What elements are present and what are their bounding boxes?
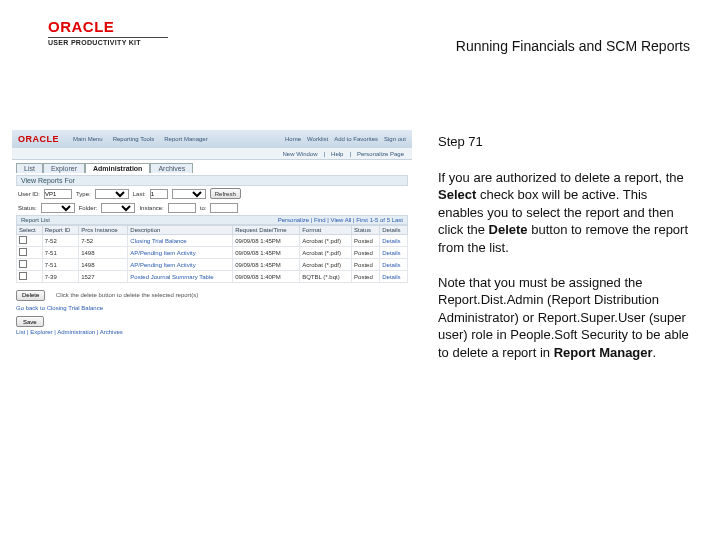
link-worklist[interactable]: Worklist — [307, 136, 328, 142]
link-favorites[interactable]: Add to Favorites — [334, 136, 378, 142]
instance-to-input[interactable] — [210, 203, 238, 213]
table-header-row: Select Report ID Prcs Instance Descripti… — [17, 226, 408, 235]
cell-prcs: 1498 — [79, 247, 128, 259]
filters-title: View Reports For — [16, 175, 408, 186]
cell-prcs: 1498 — [79, 259, 128, 271]
select-checkbox[interactable] — [19, 248, 27, 256]
instance-from-input[interactable] — [168, 203, 196, 213]
folder-select[interactable] — [101, 203, 135, 213]
last-input[interactable] — [150, 189, 168, 199]
table-row: 7-527-52Closing Trial Balance09/09/08 1:… — [17, 235, 408, 247]
menu-item[interactable]: Reporting Tools — [113, 136, 155, 142]
delete-button[interactable]: Delete — [16, 290, 45, 301]
last-unit-select[interactable] — [172, 189, 206, 199]
cell-prcs: 1527 — [79, 271, 128, 283]
instance-label: Instance: — [139, 205, 163, 211]
instruction-panel: Step 71 If you are authorized to delete … — [438, 133, 696, 362]
cell-reportid: 7-39 — [42, 271, 78, 283]
cell-format: Acrobat (*.pdf) — [300, 259, 352, 271]
userid-input[interactable] — [44, 189, 72, 199]
status-select[interactable] — [41, 203, 75, 213]
step-label: Step 71 — [438, 133, 696, 151]
cell-datetime: 09/09/08 1:45PM — [233, 235, 300, 247]
cell-status: Posted — [352, 259, 380, 271]
oracle-logo-block: ORACLE USER PRODUCTIVITY KIT — [48, 18, 168, 46]
page-header: ORACLE USER PRODUCTIVITY KIT Running Fin… — [0, 18, 720, 58]
cell-status: Posted — [352, 247, 380, 259]
cell-datetime: 09/09/08 1:40PM — [233, 271, 300, 283]
logo-subtitle: USER PRODUCTIVITY KIT — [48, 39, 168, 46]
cell-details[interactable]: Details — [380, 259, 408, 271]
save-row: Save — [16, 316, 408, 327]
link-help[interactable]: Help — [331, 151, 343, 157]
cell-format: Acrobat (*.pdf) — [300, 235, 352, 247]
cell-details[interactable]: Details — [380, 247, 408, 259]
cell-description[interactable]: AP/Pending Item Activity — [128, 247, 233, 259]
instance-to-label: to: — [200, 205, 207, 211]
link-personalize[interactable]: Personalize Page — [357, 151, 404, 157]
tab-list[interactable]: List — [16, 163, 43, 173]
col-details: Details — [380, 226, 408, 235]
select-checkbox[interactable] — [19, 272, 27, 280]
cell-datetime: 09/09/08 1:45PM — [233, 247, 300, 259]
grid-title: Report List — [21, 217, 50, 223]
save-button[interactable]: Save — [16, 316, 44, 327]
cell-description[interactable]: Posted Journal Summary Table — [128, 271, 233, 283]
bold-select: Select — [438, 187, 476, 202]
cell-description[interactable]: AP/Pending Item Activity — [128, 259, 233, 271]
table-row: 7-391527Posted Journal Summary Table09/0… — [17, 271, 408, 283]
refresh-button[interactable]: Refresh — [210, 188, 241, 199]
link-signout[interactable]: Sign out — [384, 136, 406, 142]
col-status: Status — [352, 226, 380, 235]
cell-description[interactable]: Closing Trial Balance — [128, 235, 233, 247]
document-title: Running Financials and SCM Reports — [456, 38, 690, 54]
status-label: Status: — [18, 205, 37, 211]
oracle-logo: ORACLE — [48, 18, 168, 35]
link-home[interactable]: Home — [285, 136, 301, 142]
app-screenshot: ORACLE Main Menu Reporting Tools Report … — [12, 130, 412, 350]
delete-row: Delete Click the delete button to delete… — [16, 283, 408, 301]
grid-header-bar: Report List Personalize | Find | View Al… — [16, 215, 408, 225]
tab-archives[interactable]: Archives — [150, 163, 193, 173]
goback-link[interactable]: Go back to Closing Trial Balance — [16, 305, 408, 311]
bold-delete: Delete — [489, 222, 528, 237]
logo-divider — [48, 37, 168, 38]
filter-row-2: Status: Folder: Instance: to: — [16, 201, 408, 215]
type-select[interactable] — [95, 189, 129, 199]
col-format: Format — [300, 226, 352, 235]
type-label: Type: — [76, 191, 91, 197]
app-brand: ORACLE — [18, 134, 59, 144]
bottom-tab-links[interactable]: List | Explorer | Administration | Archi… — [16, 329, 408, 335]
delete-note: Click the delete button to delete the se… — [56, 292, 198, 298]
paragraph-1: If you are authorized to delete a report… — [438, 169, 696, 257]
select-checkbox[interactable] — [19, 236, 27, 244]
cell-details[interactable]: Details — [380, 271, 408, 283]
menu-item[interactable]: Main Menu — [73, 136, 103, 142]
grid-nav[interactable]: Personalize | Find | View All | First 1-… — [278, 217, 403, 223]
cell-status: Posted — [352, 271, 380, 283]
cell-format: Acrobat (*.pdf) — [300, 247, 352, 259]
cell-status: Posted — [352, 235, 380, 247]
tab-administration[interactable]: Administration — [85, 163, 150, 173]
folder-label: Folder: — [79, 205, 98, 211]
filter-row-1: User ID: Type: Last: Refresh — [16, 186, 408, 201]
app-breadcrumb: Main Menu Reporting Tools Report Manager — [73, 136, 271, 142]
link-new-window[interactable]: New Window — [282, 151, 317, 157]
app-right-links: Home Worklist Add to Favorites Sign out — [285, 136, 406, 142]
tab-explorer[interactable]: Explorer — [43, 163, 85, 173]
cell-details[interactable]: Details — [380, 235, 408, 247]
report-table: Select Report ID Prcs Instance Descripti… — [16, 225, 408, 283]
bold-report-manager: Report Manager — [554, 345, 653, 360]
select-checkbox[interactable] — [19, 260, 27, 268]
cell-reportid: 7-52 — [42, 235, 78, 247]
app-body: List Explorer Administration Archives Vi… — [12, 160, 412, 338]
menu-item[interactable]: Report Manager — [164, 136, 207, 142]
last-label: Last: — [133, 191, 146, 197]
tab-row: List Explorer Administration Archives — [16, 163, 408, 173]
col-select: Select — [17, 226, 43, 235]
cell-prcs: 7-52 — [79, 235, 128, 247]
app-topbar: ORACLE Main Menu Reporting Tools Report … — [12, 130, 412, 148]
table-row: 7-511498AP/Pending Item Activity09/09/08… — [17, 247, 408, 259]
col-reportid: Report ID — [42, 226, 78, 235]
col-prcs: Prcs Instance — [79, 226, 128, 235]
